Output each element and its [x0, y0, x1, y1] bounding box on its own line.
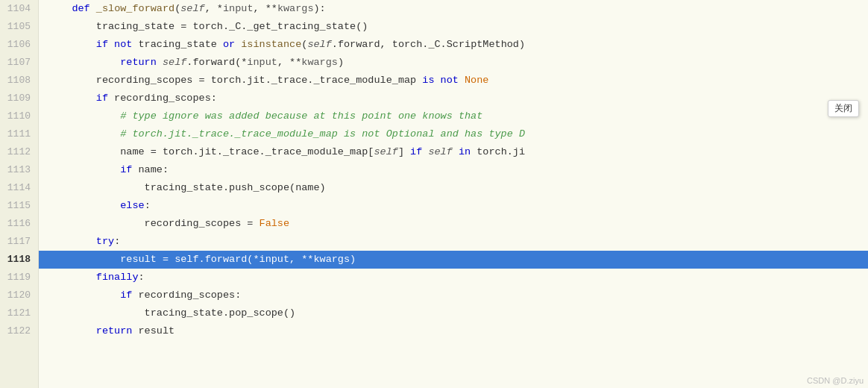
line-number-1110: 1110: [4, 107, 31, 125]
line-number-1120: 1120: [4, 287, 31, 304]
code-line-1104: def _slow_forward(self, *input, **kwargs…: [39, 0, 868, 18]
line-number-1118: 1118: [4, 251, 31, 269]
line-number-1105: 1105: [4, 18, 31, 36]
line-number-1113: 1113: [4, 161, 31, 179]
line-number-1121: 1121: [4, 304, 31, 322]
close-tooltip[interactable]: 关闭: [828, 100, 859, 117]
line-number-1107: 1107: [4, 54, 31, 72]
code-line-1106: if not tracing_state or isinstance(self.…: [39, 36, 868, 54]
close-tooltip-label: 关闭: [834, 103, 852, 113]
line-number-1119: 1119: [4, 269, 31, 287]
line-number-1122: 1122: [4, 322, 31, 340]
watermark: CSDN @D.ziyu: [807, 376, 864, 385]
line-number-1115: 1115: [4, 197, 31, 215]
code-line-1108: recording_scopes = torch.jit._trace._tra…: [39, 72, 868, 90]
code-line-1117: try:: [39, 233, 868, 251]
code-line-1121: tracing_state.pop_scope(): [39, 304, 868, 322]
code-line-1111: # torch.jit._trace._trace_module_map is …: [39, 125, 868, 143]
line-number-1106: 1106: [4, 36, 31, 54]
line-number-1114: 1114: [4, 179, 31, 197]
code-area: def _slow_forward(self, *input, **kwargs…: [39, 0, 868, 388]
code-line-1116: recording_scopes = False: [39, 215, 868, 233]
code-line-1115: else:: [39, 197, 868, 215]
code-line-1122: return result: [39, 322, 868, 340]
code-line-1110: # type ignore was added because at this …: [39, 107, 868, 125]
line-number-1109: 1109: [4, 90, 31, 107]
code-line-1119: finally:: [39, 269, 868, 287]
code-line-1120: if recording_scopes:: [39, 287, 868, 304]
line-number-1108: 1108: [4, 72, 31, 90]
code-line-1113: if name:: [39, 161, 868, 179]
code-line-1114: tracing_state.push_scope(name): [39, 179, 868, 197]
line-number-1117: 1117: [4, 233, 31, 251]
code-line-1112: name = torch.jit._trace._trace_module_ma…: [39, 143, 868, 161]
code-line-1105: tracing_state = torch._C._get_tracing_st…: [39, 18, 868, 36]
code-container: 1104 1105 1106 1107 1108 1109 1110 1111 …: [0, 0, 868, 388]
line-number-1111: 1111: [4, 125, 31, 143]
code-line-1118: result = self.forward(*input, **kwargs): [39, 251, 868, 269]
code-line-1109: if recording_scopes:: [39, 90, 868, 107]
line-number-1104: 1104: [4, 0, 31, 18]
line-number-1116: 1116: [4, 215, 31, 233]
line-numbers: 1104 1105 1106 1107 1108 1109 1110 1111 …: [0, 0, 39, 388]
code-lines: def _slow_forward(self, *input, **kwargs…: [39, 0, 868, 340]
code-line-1107: return self.forward(*input, **kwargs): [39, 54, 868, 72]
line-number-1112: 1112: [4, 143, 31, 161]
